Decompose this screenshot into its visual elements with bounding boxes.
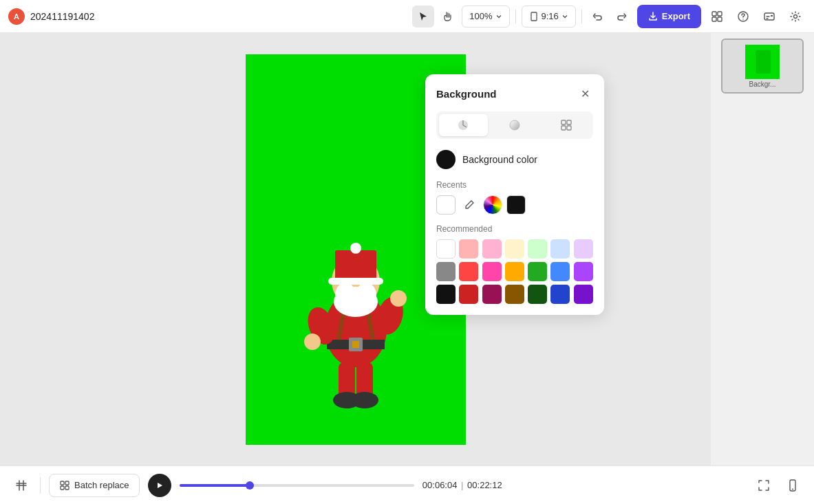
svg-rect-3: [712, 17, 716, 21]
batch-replace-label: Batch replace: [74, 480, 129, 490]
recommended-color-14[interactable]: [436, 285, 456, 304]
current-time: 00:06:04: [422, 480, 458, 490]
recent-colors-row: [436, 195, 593, 215]
zoom-selector[interactable]: 100%: [462, 6, 509, 28]
export-button[interactable]: Export: [637, 5, 701, 28]
svg-rect-41: [353, 395, 376, 403]
recommended-color-2[interactable]: [482, 239, 502, 259]
recommended-color-15[interactable]: [459, 285, 478, 304]
bottombar: Batch replace 00:06:04 | 00:22:12: [0, 465, 814, 504]
template-icon-button[interactable]: [707, 6, 727, 27]
recommended-color-18[interactable]: [528, 285, 547, 304]
recommended-color-10[interactable]: [505, 262, 524, 281]
recommended-color-20[interactable]: [574, 285, 593, 304]
recent-color-black[interactable]: [506, 195, 526, 215]
svg-rect-51: [61, 486, 64, 490]
batch-replace-button[interactable]: Batch replace: [49, 474, 140, 497]
recommended-color-7[interactable]: [436, 262, 456, 281]
preview-device-button[interactable]: [782, 475, 803, 496]
timeline-track[interactable]: [180, 484, 414, 487]
svg-point-33: [304, 333, 321, 350]
settings-icon-button[interactable]: [785, 6, 806, 27]
recommended-color-19[interactable]: [550, 285, 570, 304]
bg-color-selector[interactable]: Background color: [436, 150, 593, 169]
redo-button[interactable]: [611, 6, 632, 27]
select-tool-button[interactable]: [412, 6, 434, 28]
recommended-color-5[interactable]: [550, 239, 570, 259]
svg-rect-43: [561, 120, 566, 124]
recommended-color-12[interactable]: [550, 262, 570, 281]
svg-rect-0: [531, 12, 537, 21]
time-separator: |: [461, 480, 463, 490]
canvas-area[interactable]: Background ✕ Background color Recents: [0, 33, 711, 465]
bg-tab-color[interactable]: [439, 114, 488, 136]
batch-replace-icon: [59, 480, 70, 491]
svg-rect-13: [352, 341, 359, 348]
undo-button[interactable]: [588, 6, 608, 27]
bg-panel-header: Background ✕: [436, 85, 593, 102]
background-panel: Background ✕ Background color Recents: [425, 74, 604, 315]
svg-rect-44: [567, 120, 571, 124]
svg-rect-46: [567, 126, 571, 130]
svg-rect-1: [712, 12, 716, 16]
svg-point-6: [742, 19, 743, 19]
bg-panel-tabs: [436, 111, 593, 139]
app-logo: A: [8, 8, 25, 25]
recent-color-rainbow[interactable]: [483, 195, 502, 215]
svg-rect-4: [718, 17, 722, 21]
recents-label: Recents: [436, 180, 593, 190]
svg-rect-30: [328, 278, 383, 285]
svg-rect-2: [718, 12, 722, 16]
play-button[interactable]: [148, 474, 171, 497]
bg-color-label: Background color: [462, 154, 537, 165]
bg-panel-close-button[interactable]: ✕: [577, 85, 593, 102]
svg-point-54: [792, 488, 793, 490]
hand-tool-button[interactable]: [437, 6, 459, 28]
background-thumb[interactable]: Backgr...: [721, 39, 804, 94]
divider: [515, 10, 516, 23]
color-picker-button[interactable]: [460, 195, 479, 215]
svg-point-35: [390, 290, 407, 307]
total-time: 00:22:12: [467, 480, 502, 490]
topbar-icons: [707, 6, 806, 27]
recommended-color-11[interactable]: [528, 262, 547, 281]
recommended-color-4[interactable]: [528, 239, 547, 259]
bg-tab-pattern[interactable]: [542, 114, 590, 136]
svg-rect-45: [561, 126, 566, 130]
recommended-color-13[interactable]: [574, 262, 593, 281]
bg-tab-gradient[interactable]: [491, 114, 539, 136]
aspect-ratio-selector[interactable]: 9:16: [522, 6, 576, 28]
current-color-swatch: [436, 150, 456, 169]
timeline-thumb: [246, 481, 254, 490]
help-icon-button[interactable]: [733, 6, 753, 27]
recommended-label: Recommended: [436, 224, 593, 234]
recommended-color-3[interactable]: [505, 239, 524, 259]
recommended-color-0[interactable]: [436, 239, 456, 259]
recommended-colors-grid: [436, 239, 593, 304]
credits-icon-button[interactable]: [759, 6, 780, 27]
recommended-color-16[interactable]: [482, 285, 502, 304]
recent-color-white[interactable]: [436, 195, 456, 215]
bottom-divider: [40, 477, 41, 494]
time-display: 00:06:04 | 00:22:12: [422, 480, 502, 490]
tool-group: 100% 9:16: [412, 6, 632, 28]
add-element-button[interactable]: [11, 475, 32, 496]
recommended-color-17[interactable]: [505, 285, 524, 304]
bg-thumb-icon: [745, 45, 780, 79]
project-title: 202411191402: [30, 11, 94, 22]
recommended-color-6[interactable]: [574, 239, 593, 259]
recommended-color-1[interactable]: [459, 239, 478, 259]
main-area: Background ✕ Background color Recents: [0, 33, 814, 465]
svg-rect-48: [756, 50, 771, 74]
timeline-progress: [180, 484, 250, 487]
bg-thumb-label: Backgr...: [749, 80, 776, 88]
fullscreen-button[interactable]: [753, 475, 774, 496]
svg-point-21: [354, 287, 371, 296]
recommended-color-8[interactable]: [459, 262, 478, 281]
svg-point-9: [794, 14, 797, 18]
recommended-color-9[interactable]: [482, 262, 502, 281]
divider2: [581, 10, 582, 23]
right-panel: Backgr...: [711, 33, 814, 465]
svg-rect-52: [65, 486, 69, 490]
svg-rect-8: [771, 15, 773, 17]
